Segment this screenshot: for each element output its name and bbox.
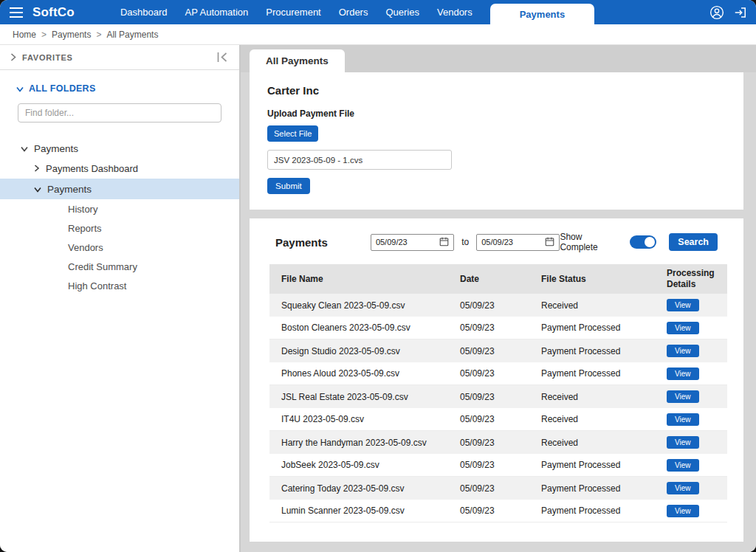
cell-file-status: Payment Processed	[529, 368, 655, 379]
date-range-to-label: to	[461, 237, 469, 247]
show-complete-label: Show Complete	[560, 232, 619, 252]
cell-file-name: Catering Today 2023-05-09.csv	[269, 483, 448, 494]
breadcrumb-home[interactable]: Home	[13, 30, 36, 40]
cell-date: 05/09/23	[448, 368, 529, 379]
tree-item-payments-root[interactable]: Payments	[0, 139, 239, 159]
cell-file-status: Payment Processed	[529, 483, 655, 494]
nav-item-procurement[interactable]: Procurement	[266, 7, 320, 18]
tab-strip: All Payments	[241, 45, 756, 72]
view-button[interactable]: View	[667, 459, 699, 472]
tree-item-vendors[interactable]: Vendors	[0, 238, 239, 257]
show-complete-toggle[interactable]	[630, 235, 656, 249]
account-icon[interactable]	[709, 5, 724, 20]
table-row: Design Studio 2023-05-09.csv 05/09/23 Pa…	[269, 339, 727, 362]
cell-date: 05/09/23	[448, 506, 529, 516]
all-folders-label: ALL FOLDERS	[29, 83, 96, 94]
col-header-date: Date	[448, 270, 529, 289]
cell-file-status: Payment Processed	[529, 460, 655, 470]
cell-file-status: Received	[529, 300, 655, 311]
upload-panel: Carter Inc Upload Payment File Select Fi…	[250, 72, 743, 210]
top-nav: SoftCo Dashboard AP Automation Procureme…	[0, 0, 756, 24]
tree-item-payments-dashboard[interactable]: Payments Dashboard	[0, 159, 239, 179]
date-from-input[interactable]: 05/09/23	[371, 234, 454, 251]
tree-item-history[interactable]: History	[0, 199, 239, 218]
breadcrumb-separator: >	[41, 30, 47, 40]
table-row: Phones Aloud 2023-05-09.csv 05/09/23 Pay…	[269, 362, 727, 385]
cell-file-name: Design Studio 2023-05-09.csv	[269, 346, 448, 356]
breadcrumb-payments[interactable]: Payments	[52, 30, 91, 40]
tree-item-reports[interactable]: Reports	[0, 218, 239, 238]
col-header-file-name: File Name	[269, 270, 448, 289]
breadcrumb-current: All Payments	[106, 30, 158, 40]
cell-file-status: Payment Processed	[529, 346, 655, 356]
all-folders-toggle[interactable]: ALL FOLDERS	[16, 82, 239, 95]
nav-item-queries[interactable]: Queries	[385, 7, 419, 18]
cell-file-name: JSL Real Estate 2023-05-09.csv	[269, 392, 448, 402]
col-header-file-status: File Status	[529, 270, 655, 289]
tree-item-payments-selected[interactable]: Payments	[0, 179, 239, 199]
favorites-header[interactable]: FAVORITES	[0, 45, 239, 70]
table-row: Harry the Handyman 2023-05-09.csv 05/09/…	[269, 431, 727, 454]
hamburger-icon[interactable]	[9, 6, 25, 19]
cell-file-name: IT4U 2023-05-09.csv	[269, 414, 448, 424]
date-to-input[interactable]: 05/09/23	[476, 234, 560, 251]
logout-icon[interactable]	[733, 6, 747, 19]
view-button[interactable]: View	[667, 505, 699, 517]
nav-item-ap-automation[interactable]: AP Automation	[185, 7, 249, 18]
favorites-label: FAVORITES	[22, 53, 73, 62]
collapse-sidebar-icon[interactable]	[216, 52, 229, 63]
submit-button[interactable]: Submit	[267, 178, 310, 194]
chevron-down-icon	[21, 143, 28, 154]
app-window: SoftCo Dashboard AP Automation Procureme…	[0, 0, 756, 552]
cell-date: 05/09/23	[448, 300, 529, 311]
nav-item-orders[interactable]: Orders	[339, 7, 368, 18]
chevron-right-icon	[10, 51, 16, 64]
select-file-button[interactable]: Select File	[267, 125, 318, 142]
upload-section-label: Upload Payment File	[267, 108, 726, 119]
cell-file-status: Received	[529, 392, 655, 402]
cell-file-name: JobSeek 2023-05-09.csv	[269, 460, 448, 470]
cell-file-name: Harry the Handyman 2023-05-09.csv	[269, 438, 448, 448]
nav-item-vendors[interactable]: Vendors	[437, 7, 472, 18]
table-row: JobSeek 2023-05-09.csv 05/09/23 Payment …	[269, 454, 727, 477]
table-row: IT4U 2023-05-09.csv 05/09/23 Received Vi…	[269, 408, 727, 431]
payments-table: File Name Date File Status Processing De…	[269, 264, 727, 542]
calendar-icon	[439, 237, 449, 248]
cell-file-name: Phones Aloud 2023-05-09.csv	[269, 368, 448, 379]
view-button[interactable]: View	[667, 322, 699, 334]
main-content: All Payments Carter Inc Upload Payment F…	[241, 45, 756, 552]
tree-item-credit-summary[interactable]: Credit Summary	[0, 257, 239, 276]
cell-date: 05/09/23	[448, 438, 529, 448]
nav-tab-payments[interactable]: Payments	[490, 4, 594, 24]
view-button[interactable]: View	[667, 368, 699, 380]
cell-date: 05/09/23	[448, 322, 529, 333]
file-name-input[interactable]	[267, 150, 452, 170]
view-button[interactable]: View	[667, 413, 699, 426]
sidebar: FAVORITES ALL FOLDERS Payment	[0, 45, 241, 552]
table-row: Lumin Scanner 2023-05-09.csv 05/09/23 Pa…	[269, 500, 727, 522]
find-folder-input[interactable]	[18, 103, 221, 123]
cell-file-status: Received	[529, 414, 655, 424]
brand-logo: SoftCo	[32, 5, 75, 20]
view-button[interactable]: View	[667, 482, 699, 494]
chevron-down-icon	[16, 82, 24, 95]
tab-all-payments[interactable]: All Payments	[250, 49, 345, 72]
cell-date: 05/09/23	[448, 460, 529, 470]
payments-panel: Payments 05/09/23 to 05/09/23	[250, 218, 743, 542]
cell-file-name: Squeaky Clean 2023-05-09.csv	[269, 300, 448, 311]
view-button[interactable]: View	[667, 299, 699, 311]
view-button[interactable]: View	[667, 436, 699, 449]
cell-date: 05/09/23	[448, 392, 529, 402]
cell-date: 05/09/23	[448, 414, 529, 424]
folder-tree: Payments Payments Dashboard Payments His…	[0, 139, 239, 295]
nav-item-dashboard[interactable]: Dashboard	[120, 7, 168, 18]
view-button[interactable]: View	[667, 345, 699, 357]
view-button[interactable]: View	[667, 390, 699, 403]
search-button[interactable]: Search	[669, 233, 718, 251]
calendar-icon	[545, 237, 554, 248]
chevron-right-icon	[34, 163, 40, 174]
table-row: Squeaky Clean 2023-05-09.csv 05/09/23 Re…	[269, 294, 727, 317]
tree-item-high-contrast[interactable]: High Contrast	[0, 276, 239, 295]
table-row: Boston Cleaners 2023-05-09.csv 05/09/23 …	[269, 317, 727, 339]
cell-file-status: Received	[529, 438, 655, 448]
